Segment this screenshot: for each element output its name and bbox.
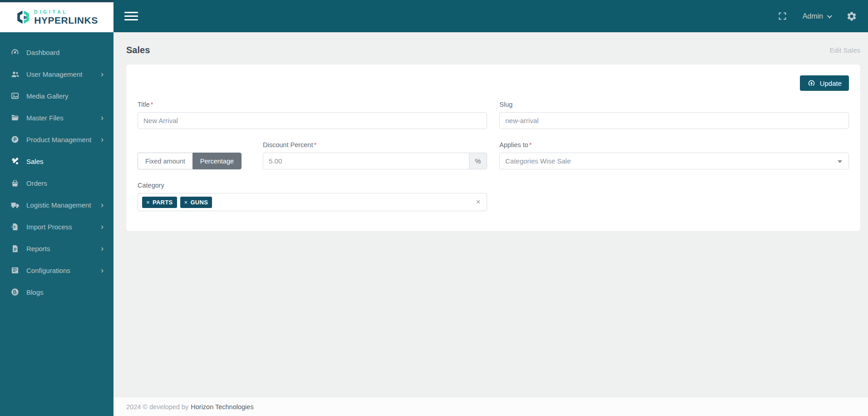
admin-user-menu[interactable]: Admin xyxy=(803,12,831,20)
fullscreen-icon[interactable] xyxy=(778,11,787,21)
footer-copyright: 2024 © developed by xyxy=(126,403,188,411)
sidebar-item-label: Master Files xyxy=(26,114,101,122)
discount-percent-label: Discount Percent* xyxy=(263,141,487,149)
folder-icon xyxy=(10,113,20,123)
product-icon: P xyxy=(10,134,20,144)
category-multiselect[interactable]: × PARTS × GUNS × xyxy=(138,193,487,211)
hamburger-menu-icon[interactable] xyxy=(124,10,138,23)
applies-to-label: Applies to* xyxy=(499,141,849,149)
title-input[interactable] xyxy=(138,112,487,129)
sales-form: Title* Slug Fixed amount Percentage xyxy=(138,101,849,211)
category-tag: × GUNS xyxy=(180,197,212,208)
chevron-right-icon: › xyxy=(101,135,104,144)
sidebar-item-label: User Management xyxy=(26,70,101,78)
title-field-group: Title* xyxy=(138,101,487,129)
sidebar-item-reports[interactable]: Reports › xyxy=(0,238,113,259)
chevron-right-icon: › xyxy=(101,70,104,78)
upload-icon xyxy=(807,79,816,88)
gauge-icon xyxy=(10,47,20,57)
config-icon xyxy=(10,265,20,275)
chevron-right-icon: › xyxy=(101,114,104,122)
sidebar-item-master-files[interactable]: Master Files › xyxy=(0,107,113,129)
report-icon xyxy=(10,243,20,253)
percentage-toggle-button[interactable]: Percentage xyxy=(192,153,242,169)
sidebar-item-sales[interactable]: Sales xyxy=(0,150,113,172)
sidebar-item-label: Reports xyxy=(26,245,101,253)
sidebar-item-blogs[interactable]: Blogs xyxy=(0,281,113,303)
brand-hexagon-icon xyxy=(15,9,31,25)
applies-to-selected-value: Categories Wise Sale xyxy=(505,157,571,165)
chevron-down-icon xyxy=(827,13,832,18)
required-asterisk: * xyxy=(314,141,316,149)
sidebar-item-label: Orders xyxy=(26,179,104,187)
edit-sales-card: Update Title* Slug xyxy=(126,64,860,231)
footer: 2024 © developed by Horizon Technologies xyxy=(113,397,868,416)
users-icon xyxy=(10,69,20,79)
admin-user-label: Admin xyxy=(803,12,823,20)
sidebar-item-dashboard[interactable]: Dashboard xyxy=(0,41,113,63)
svg-text:P: P xyxy=(14,137,17,142)
update-button[interactable]: Update xyxy=(800,75,849,91)
sidebar-item-label: Configurations xyxy=(26,267,101,274)
title-label: Title* xyxy=(138,101,487,108)
chevron-right-icon: › xyxy=(101,223,104,231)
discount-row-group: Fixed amount Percentage Discount Percent… xyxy=(138,141,487,169)
app-layout: DIGITAL HYPERLINKS Dashboard User Manage… xyxy=(0,0,868,416)
basket-icon xyxy=(10,178,20,188)
discount-type-toggle: Fixed amount Percentage xyxy=(138,153,242,169)
sidebar-item-label: Sales xyxy=(26,158,104,165)
category-tag: × PARTS xyxy=(142,197,177,208)
chevron-down-icon xyxy=(838,160,842,163)
remove-tag-icon[interactable]: × xyxy=(146,199,150,206)
footer-company-link[interactable]: Horizon Technologies xyxy=(191,403,253,411)
sidebar: DIGITAL HYPERLINKS Dashboard User Manage… xyxy=(0,0,113,416)
main-area: Admin Sales Edit Sales xyxy=(113,0,868,416)
remove-tag-icon[interactable]: × xyxy=(184,199,188,206)
chevron-right-icon: › xyxy=(101,244,104,253)
slug-input[interactable] xyxy=(499,112,849,129)
brand-logo[interactable]: DIGITAL HYPERLINKS xyxy=(0,0,113,32)
sidebar-item-configurations[interactable]: Configurations › xyxy=(0,259,113,281)
brand-digital-label: DIGITAL xyxy=(34,10,98,15)
discount-percent-field-group: Discount Percent* % xyxy=(263,141,487,169)
sidebar-item-label: Media Gallery xyxy=(26,92,104,100)
sidebar-item-logistic-management[interactable]: Logistic Management › xyxy=(0,194,113,216)
update-button-label: Update xyxy=(820,79,842,87)
applies-to-field-group: Applies to* Categories Wise Sale xyxy=(499,141,849,169)
blog-icon xyxy=(10,287,20,297)
category-field-group: Category × PARTS × GUNS × xyxy=(138,182,487,211)
fixed-amount-toggle-button[interactable]: Fixed amount xyxy=(138,153,192,169)
sidebar-nav: Dashboard User Management › Media Galler… xyxy=(0,32,113,303)
page-header: Sales Edit Sales xyxy=(113,32,868,64)
chevron-right-icon: › xyxy=(101,266,104,274)
sidebar-item-media-gallery[interactable]: Media Gallery xyxy=(0,85,113,107)
sidebar-item-label: Blogs xyxy=(26,288,104,296)
category-tag-label: PARTS xyxy=(153,199,173,206)
applies-to-select[interactable]: Categories Wise Sale xyxy=(499,153,849,169)
sidebar-item-label: Logistic Management xyxy=(26,201,101,209)
percent-suffix-addon: % xyxy=(469,153,487,169)
percent-icon xyxy=(10,156,20,166)
required-asterisk: * xyxy=(529,141,532,149)
sidebar-item-orders[interactable]: Orders xyxy=(0,172,113,194)
topbar: Admin xyxy=(113,0,868,32)
sidebar-item-label: Dashboard xyxy=(26,49,104,56)
page-title: Sales xyxy=(126,45,150,55)
discount-percent-input[interactable] xyxy=(263,153,469,169)
category-tag-label: GUNS xyxy=(190,199,208,206)
slug-label: Slug xyxy=(499,101,849,108)
clear-all-icon[interactable]: × xyxy=(476,198,480,206)
sidebar-item-product-management[interactable]: P Product Management › xyxy=(0,129,113,150)
sidebar-item-label: Product Management xyxy=(26,136,101,144)
page-subtitle: Edit Sales xyxy=(829,46,860,54)
gear-icon[interactable] xyxy=(846,11,857,22)
import-icon xyxy=(10,222,20,232)
required-asterisk: * xyxy=(151,101,153,108)
chevron-right-icon: › xyxy=(101,201,104,209)
image-icon xyxy=(10,91,20,101)
sidebar-item-import-process[interactable]: Import Process › xyxy=(0,216,113,238)
sidebar-item-user-management[interactable]: User Management › xyxy=(0,63,113,85)
sidebar-item-label: Import Process xyxy=(26,223,101,231)
truck-icon xyxy=(10,200,20,210)
slug-field-group: Slug xyxy=(499,101,849,129)
